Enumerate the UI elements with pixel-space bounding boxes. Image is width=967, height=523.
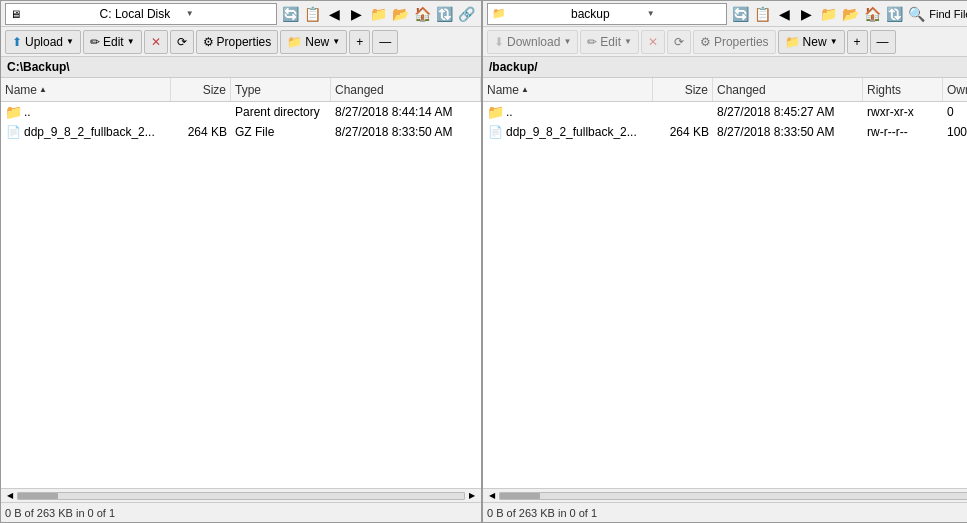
right-edit-button[interactable]: ✏ Edit ▼ bbox=[580, 30, 639, 54]
right-file-icon-1: 📄 bbox=[487, 124, 503, 140]
right-row-1[interactable]: 📄 ddp_9_8_2_fullback_2... 264 KB 8/27/20… bbox=[483, 122, 967, 142]
left-folder1-icon[interactable]: 📁 bbox=[367, 3, 389, 25]
left-cell-type-1: GZ File bbox=[231, 122, 331, 141]
left-address-label: C: Local Disk bbox=[100, 7, 186, 21]
right-new-button[interactable]: 📁 New ▼ bbox=[778, 30, 845, 54]
download-icon: ⬇ bbox=[494, 35, 504, 49]
upload-button[interactable]: ⬆ Upload ▼ bbox=[5, 30, 81, 54]
right-props-icon: ⚙ bbox=[700, 35, 711, 49]
left-name-sort-icon: ▲ bbox=[39, 85, 47, 94]
right-find-label: Find Files bbox=[929, 8, 967, 20]
left-delete-button[interactable]: ✕ bbox=[144, 30, 168, 54]
left-cell-size-1: 264 KB bbox=[171, 122, 231, 141]
left-scrollbar[interactable]: ◀ ▶ bbox=[1, 488, 481, 502]
right-col-name[interactable]: Name ▲ bbox=[483, 78, 653, 101]
right-find-icon[interactable]: 🔍 bbox=[905, 3, 927, 25]
left-edit-icon: ✏ bbox=[90, 35, 100, 49]
right-toolbar: ⬇ Download ▼ ✏ Edit ▼ ✕ ⟳ ⚙ Properties bbox=[483, 27, 967, 57]
left-add-icon: + bbox=[356, 35, 363, 49]
right-scrollbar-track[interactable] bbox=[499, 492, 967, 500]
left-sync-icon[interactable]: 🔃 bbox=[433, 3, 455, 25]
right-properties-button[interactable]: ⚙ Properties bbox=[693, 30, 776, 54]
right-col-changed[interactable]: Changed bbox=[713, 78, 863, 101]
right-folder2-icon[interactable]: 📂 bbox=[839, 3, 861, 25]
left-edit-arrow-icon: ▼ bbox=[127, 37, 135, 46]
right-cell-size-1: 264 KB bbox=[653, 122, 713, 141]
right-col-owner[interactable]: Own... bbox=[943, 78, 967, 101]
left-sync2-icon: ⟳ bbox=[177, 35, 187, 49]
right-status-bar: 0 B of 263 KB in 0 of 1 bbox=[483, 502, 967, 522]
left-edit-button[interactable]: ✏ Edit ▼ bbox=[83, 30, 142, 54]
left-props-icon: ⚙ bbox=[203, 35, 214, 49]
right-delete-icon: ✕ bbox=[648, 35, 658, 49]
right-new-folder-icon: 📁 bbox=[785, 35, 800, 49]
right-cell-owner-1: 1003 bbox=[943, 122, 967, 141]
right-add-button[interactable]: + bbox=[847, 30, 868, 54]
left-folder-icon-0: 📁 bbox=[5, 104, 21, 120]
left-forward-icon[interactable]: ▶ bbox=[345, 3, 367, 25]
left-delete-icon: ✕ bbox=[151, 35, 161, 49]
left-add-button[interactable]: + bbox=[349, 30, 370, 54]
right-forward-icon[interactable]: ▶ bbox=[795, 3, 817, 25]
left-link-icon[interactable]: 🔗 bbox=[455, 3, 477, 25]
right-remove-button[interactable]: — bbox=[870, 30, 896, 54]
right-status-text: 0 B of 263 KB in 0 of 1 bbox=[487, 507, 597, 519]
left-cell-size-0 bbox=[171, 102, 231, 121]
right-back-icon[interactable]: ◀ bbox=[773, 3, 795, 25]
right-address-bar: 📁 backup ▼ 🔄 📋 ◀ ▶ 📁 📂 🏠 🔃 🔍 Find Files … bbox=[483, 1, 967, 27]
left-new-folder-icon: 📁 bbox=[287, 35, 302, 49]
left-col-type[interactable]: Type bbox=[231, 78, 331, 101]
left-file-icon-1: 📄 bbox=[5, 124, 21, 140]
right-refresh-icon[interactable]: 🔄 bbox=[729, 3, 751, 25]
left-bookmarks-icon[interactable]: 📋 bbox=[301, 3, 323, 25]
right-delete-button[interactable]: ✕ bbox=[641, 30, 665, 54]
left-new-arrow-icon: ▼ bbox=[332, 37, 340, 46]
left-col-name[interactable]: Name ▲ bbox=[1, 78, 171, 101]
left-row-1[interactable]: 📄 ddp_9_8_2_fullback_2... 264 KB GZ File… bbox=[1, 122, 481, 142]
left-refresh-icon[interactable]: 🔄 bbox=[279, 3, 301, 25]
left-home-icon[interactable]: 🏠 bbox=[411, 3, 433, 25]
left-address-dropdown[interactable]: 🖥 C: Local Disk ▼ bbox=[5, 3, 277, 25]
right-row-0[interactable]: 📁 .. 8/27/2018 8:45:27 AM rwxr-xr-x 0 bbox=[483, 102, 967, 122]
right-scrollbar-thumb[interactable] bbox=[500, 493, 540, 499]
left-path: C:\Backup\ bbox=[1, 57, 481, 78]
left-row-0[interactable]: 📁 .. Parent directory 8/27/2018 8:44:14 … bbox=[1, 102, 481, 122]
left-scroll-right-icon[interactable]: ▶ bbox=[465, 489, 479, 503]
right-bookmarks-icon[interactable]: 📋 bbox=[751, 3, 773, 25]
left-remove-button[interactable]: — bbox=[372, 30, 398, 54]
left-scrollbar-thumb[interactable] bbox=[18, 493, 58, 499]
left-cell-name-1: 📄 ddp_9_8_2_fullback_2... bbox=[1, 122, 171, 141]
left-properties-button[interactable]: ⚙ Properties bbox=[196, 30, 279, 54]
right-col-size[interactable]: Size bbox=[653, 78, 713, 101]
right-folder-icon-0: 📁 bbox=[487, 104, 503, 120]
right-scrollbar[interactable]: ◀ ▶ bbox=[483, 488, 967, 502]
left-scrollbar-track[interactable] bbox=[17, 492, 465, 500]
left-back-icon[interactable]: ◀ bbox=[323, 3, 345, 25]
right-home-icon[interactable]: 🏠 bbox=[861, 3, 883, 25]
right-scroll-left-icon[interactable]: ◀ bbox=[485, 489, 499, 503]
left-cell-name-0: 📁 .. bbox=[1, 102, 171, 121]
right-sync-icon[interactable]: 🔃 bbox=[883, 3, 905, 25]
download-button[interactable]: ⬇ Download ▼ bbox=[487, 30, 578, 54]
left-folder2-icon[interactable]: 📂 bbox=[389, 3, 411, 25]
right-address-dropdown[interactable]: 📁 backup ▼ bbox=[487, 3, 727, 25]
left-col-changed[interactable]: Changed bbox=[331, 78, 481, 101]
right-col-rights[interactable]: Rights bbox=[863, 78, 943, 101]
right-path: /backup/ bbox=[483, 57, 967, 78]
right-cell-changed-1: 8/27/2018 8:33:50 AM bbox=[713, 122, 863, 141]
left-status-bar: 0 B of 263 KB in 0 of 1 bbox=[1, 502, 481, 522]
left-sync2-button[interactable]: ⟳ bbox=[170, 30, 194, 54]
left-new-button[interactable]: 📁 New ▼ bbox=[280, 30, 347, 54]
right-sync2-button[interactable]: ⟳ bbox=[667, 30, 691, 54]
left-address-arrow-icon: ▼ bbox=[186, 9, 272, 18]
left-cell-type-0: Parent directory bbox=[231, 102, 331, 121]
right-folder1-icon[interactable]: 📁 bbox=[817, 3, 839, 25]
download-arrow-icon: ▼ bbox=[563, 37, 571, 46]
right-add-icon: + bbox=[854, 35, 861, 49]
left-col-size[interactable]: Size bbox=[171, 78, 231, 101]
left-scroll-left-icon[interactable]: ◀ bbox=[3, 489, 17, 503]
right-remove-icon: — bbox=[877, 35, 889, 49]
right-edit-icon: ✏ bbox=[587, 35, 597, 49]
right-column-headers: Name ▲ Size Changed Rights Own... bbox=[483, 78, 967, 102]
left-cell-changed-0: 8/27/2018 8:44:14 AM bbox=[331, 102, 481, 121]
